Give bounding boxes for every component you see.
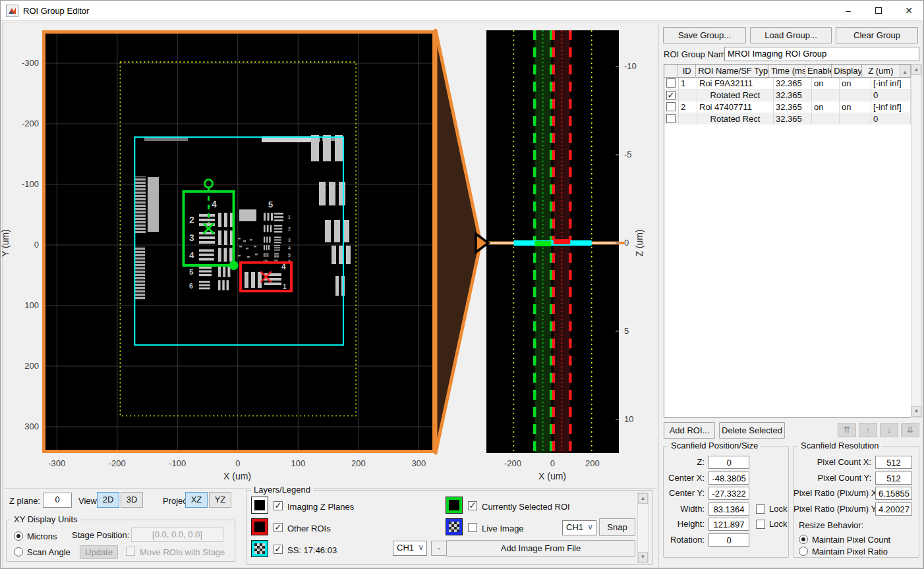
add-image-from-file-button[interactable]: Add Image From File bbox=[446, 540, 635, 556]
maximize-button[interactable] bbox=[863, 1, 894, 21]
value-input[interactable]: 121.897 bbox=[708, 518, 749, 531]
table-cell: 1 bbox=[679, 78, 697, 90]
delete-selected-button[interactable]: Delete Selected bbox=[719, 422, 785, 439]
value-input[interactable]: 0 bbox=[708, 533, 749, 547]
value-input[interactable]: 6.15855 bbox=[875, 487, 912, 500]
maintain-pixel-count-label[interactable]: Maintain Pixel Count bbox=[812, 535, 890, 545]
z-plot-x-label: X (um) bbox=[538, 471, 566, 481]
svg-text:5: 5 bbox=[288, 253, 291, 257]
row-checkbox[interactable] bbox=[666, 102, 676, 111]
roi-group-editor-window: ROI Group Editor – ✕ Y (um) 423456512345… bbox=[0, 0, 924, 569]
value-input[interactable]: 512 bbox=[875, 456, 912, 469]
table-scroll-up[interactable]: ▲ bbox=[900, 65, 911, 78]
microns-label[interactable]: Microns bbox=[27, 531, 57, 541]
move-roi-down-button[interactable]: ↓ bbox=[880, 423, 898, 437]
y-tick-label: -200 bbox=[13, 119, 39, 128]
table-cell: ✓ bbox=[664, 90, 679, 101]
table-row[interactable]: 2Roi 4740771132.365onon[-inf inf] bbox=[664, 101, 911, 113]
title-bar: ROI Group Editor – ✕ bbox=[1, 1, 923, 21]
z-tick-label: 5 bbox=[624, 326, 629, 336]
field-label: Center X: bbox=[664, 473, 705, 483]
projection-yz-button[interactable]: YZ bbox=[209, 492, 231, 508]
microns-radio[interactable] bbox=[14, 531, 23, 541]
value-input[interactable]: 0 bbox=[708, 456, 749, 469]
selected-roi-checkbox[interactable]: ✓ bbox=[468, 501, 477, 510]
imaging-z-planes-checkbox[interactable]: ✓ bbox=[274, 501, 283, 510]
matlab-app-icon bbox=[6, 5, 18, 17]
value-input[interactable]: 512 bbox=[875, 472, 912, 485]
column-header[interactable]: Z (um) bbox=[862, 65, 900, 78]
value-input[interactable]: -48.3805 bbox=[708, 472, 749, 485]
maintain-pixel-ratio-radio[interactable] bbox=[799, 547, 808, 556]
row-checkbox[interactable] bbox=[666, 78, 676, 88]
value-input[interactable]: -27.3322 bbox=[708, 487, 749, 500]
view-label: View: bbox=[78, 496, 100, 506]
z-projection-plot[interactable] bbox=[486, 30, 619, 453]
scanfield-resolution-group: Scanfield Resolution Pixel Count X:512Pi… bbox=[793, 446, 919, 558]
xy-plot[interactable]: 423456512345641 bbox=[42, 30, 436, 453]
snapshot-layer-checkbox[interactable]: ✓ bbox=[274, 545, 283, 554]
lock-checkbox[interactable] bbox=[756, 520, 765, 529]
table-row[interactable]: ✓Rotated Rect32.3650 bbox=[664, 90, 911, 101]
maintain-pixel-count-radio[interactable] bbox=[799, 535, 808, 544]
table-cell: 32.365 bbox=[774, 90, 812, 101]
roi-table[interactable]: IDROI Name/SF TypeTime (ms)EnableDisplay… bbox=[664, 64, 911, 126]
scroll-up-icon[interactable]: ▲ bbox=[911, 65, 921, 75]
scroll-down-icon[interactable]: ▼ bbox=[911, 406, 921, 417]
snap-shot-button[interactable]: Snap Shot bbox=[599, 518, 635, 536]
close-button[interactable]: ✕ bbox=[894, 1, 924, 21]
column-header[interactable]: Display bbox=[832, 65, 862, 78]
lock-checkbox[interactable] bbox=[756, 504, 765, 514]
table-row[interactable]: 1Roi F9A3211132.365onon[-inf inf] bbox=[664, 78, 911, 90]
column-header[interactable]: ROI Name/SF Type bbox=[696, 65, 768, 78]
move-roi-up-button[interactable]: ↑ bbox=[859, 423, 877, 437]
value-input[interactable]: 4.20027 bbox=[875, 502, 912, 516]
update-button[interactable]: Update bbox=[80, 545, 118, 559]
z-plane-input[interactable]: 0 bbox=[43, 493, 72, 508]
table-cell bbox=[812, 90, 840, 101]
clear-group-button[interactable]: Clear Group bbox=[836, 27, 918, 43]
scroll-up-icon[interactable]: ▲ bbox=[638, 493, 648, 504]
table-cell: 32.365 bbox=[774, 101, 812, 113]
layers-scrollbar[interactable]: ▲ ▼ bbox=[637, 493, 649, 563]
maintain-pixel-ratio-label[interactable]: Maintain Pixel Ratio bbox=[812, 547, 888, 556]
add-roi-button[interactable]: Add ROI... bbox=[664, 422, 715, 439]
snapshot-channel-select[interactable]: CH1∨ bbox=[393, 541, 427, 556]
scan-angle-label[interactable]: Scan Angle bbox=[27, 547, 71, 557]
scroll-down-icon[interactable]: ▼ bbox=[638, 552, 648, 562]
table-row[interactable]: Rotated Rect32.3650 bbox=[664, 113, 911, 125]
live-image-checkbox[interactable] bbox=[468, 523, 477, 532]
minimize-button[interactable]: – bbox=[833, 1, 863, 21]
projection-xz-button[interactable]: XZ bbox=[185, 492, 208, 508]
row-checkbox[interactable]: ✓ bbox=[666, 91, 676, 100]
roi-group-name-input[interactable]: MROI Imaging ROI Group bbox=[724, 47, 919, 61]
move-rois-checkbox[interactable] bbox=[126, 547, 135, 556]
save-group-button[interactable]: Save Group... bbox=[663, 27, 746, 43]
column-header[interactable]: ID bbox=[678, 65, 696, 78]
table-cell bbox=[664, 113, 679, 125]
move-roi-bottom-button[interactable]: ⇊ bbox=[901, 423, 919, 437]
view-3d-button[interactable]: 3D bbox=[121, 492, 143, 508]
value-input[interactable]: 83.1364 bbox=[708, 502, 749, 516]
svg-text:2: 2 bbox=[189, 215, 194, 225]
column-header[interactable]: Enable bbox=[805, 65, 832, 78]
row-checkbox[interactable] bbox=[666, 114, 676, 123]
z-plane-marker-icon[interactable] bbox=[473, 231, 492, 255]
table-cell: on bbox=[840, 101, 871, 113]
x-tick-label: -200 bbox=[105, 458, 129, 468]
scan-angle-radio[interactable] bbox=[14, 547, 23, 556]
load-group-button[interactable]: Load Group... bbox=[750, 27, 832, 43]
other-rois-swatch bbox=[252, 519, 268, 535]
remove-snapshot-button[interactable]: - bbox=[431, 541, 447, 556]
roi-table-scrollbar[interactable]: ▲ ▼ bbox=[911, 64, 922, 418]
view-2d-button[interactable]: 2D bbox=[97, 492, 119, 508]
column-header[interactable]: Time (ms) bbox=[769, 65, 805, 78]
table-cell bbox=[812, 113, 840, 125]
other-rois-checkbox[interactable]: ✓ bbox=[274, 523, 283, 532]
selected-roi-swatch bbox=[446, 497, 462, 513]
column-header[interactable] bbox=[664, 65, 678, 78]
svg-text:5: 5 bbox=[268, 200, 273, 209]
live-channel-select[interactable]: CH1∨ bbox=[562, 520, 596, 535]
move-roi-top-button[interactable]: ⇈ bbox=[838, 423, 856, 437]
svg-text:1: 1 bbox=[283, 283, 287, 290]
